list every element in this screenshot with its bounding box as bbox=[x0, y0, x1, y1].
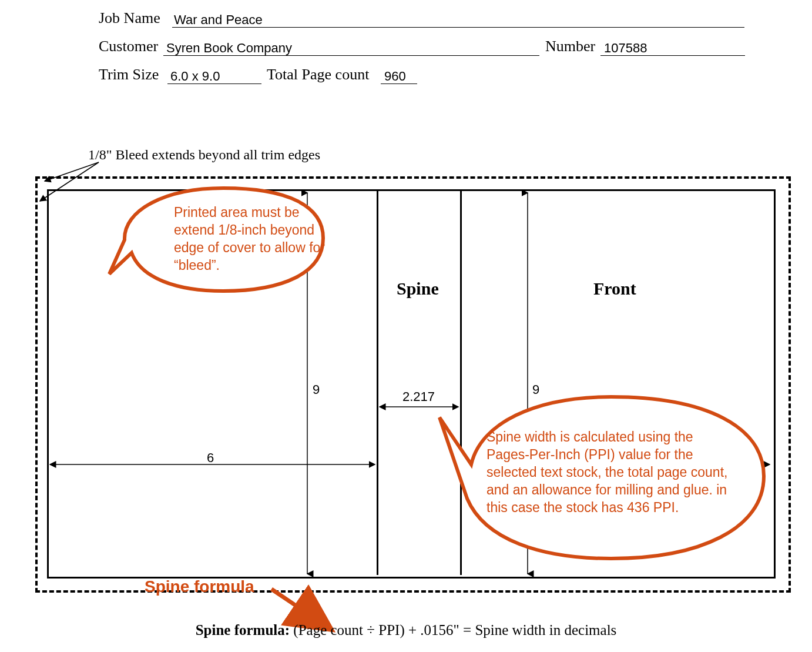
svg-line-5 bbox=[45, 162, 99, 181]
spine-formula-label: Spine formula: bbox=[196, 622, 290, 638]
spine-width-dim: 2.217 bbox=[402, 389, 435, 404]
svg-line-7 bbox=[271, 589, 322, 623]
svg-line-6 bbox=[40, 162, 99, 201]
spine-formula-rest: (Page count ÷ PPI) + .0156" = Spine widt… bbox=[290, 622, 616, 638]
spine-formula-title: Spine formula bbox=[145, 577, 254, 596]
callout-spine-text: Spine width is calculated using the Page… bbox=[486, 428, 733, 516]
callout-bleed-text: Printed area must be extend 1/8-inch bey… bbox=[174, 203, 333, 274]
back-width-dim: 6 bbox=[207, 450, 214, 466]
back-height-dim: 9 bbox=[313, 382, 320, 397]
